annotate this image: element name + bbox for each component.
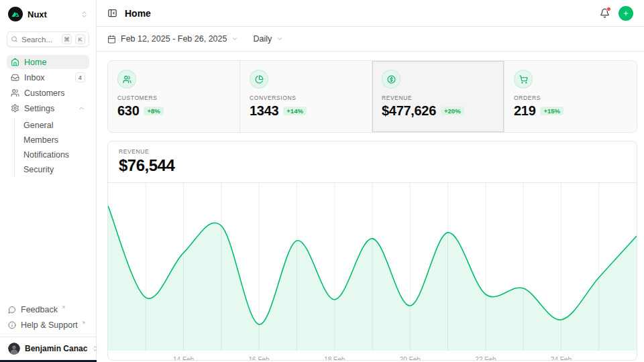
nuxt-logo-icon [8, 7, 23, 21]
sidebar: Nuxt Search... ⌘ K Home [0, 0, 97, 362]
workspace-switcher[interactable]: Nuxt [7, 6, 89, 22]
page-title: Home [125, 8, 151, 19]
content-area: CUSTOMERS 630 +8% CONVERSIONS 1343 +14% [97, 52, 644, 361]
search-icon [11, 36, 18, 43]
external-link-icon [61, 305, 66, 310]
sidebar-spacer [7, 177, 89, 303]
inbox-icon [11, 73, 19, 82]
app-window: Nuxt Search... ⌘ K Home [0, 0, 644, 362]
svg-text:14 Feb: 14 Feb [173, 356, 195, 361]
sidebar-item-general[interactable]: General [23, 118, 89, 133]
stat-value: 630 [117, 103, 139, 119]
feedback-label: Feedback [21, 305, 58, 314]
chart-title: REVENUE [119, 148, 626, 155]
workspace-name: Nuxt [28, 9, 76, 19]
sidebar-item-settings[interactable]: Settings [7, 101, 89, 115]
stat-card-conversions[interactable]: CONVERSIONS 1343 +14% [240, 61, 372, 132]
chart-header: REVENUE $76,544 [108, 141, 637, 183]
sidebar-item-label: Home [24, 58, 46, 67]
revenue-area-chart[interactable]: 14 Feb16 Feb18 Feb20 Feb22 Feb24 Feb [108, 183, 637, 361]
user-menu[interactable]: Benjamin Canac [0, 337, 96, 362]
svg-text:24 Feb: 24 Feb [551, 356, 572, 361]
chevrons-up-down-icon [92, 345, 99, 352]
external-link-icon [81, 320, 86, 325]
sidebar-item-members[interactable]: Members [23, 133, 89, 147]
feedback-link[interactable]: Feedback [8, 303, 88, 316]
chevron-down-icon [276, 36, 283, 42]
svg-text:22 Feb: 22 Feb [475, 356, 496, 361]
date-range-value: Feb 12, 2025 - Feb 26, 2025 [121, 34, 227, 44]
avatar [8, 343, 20, 355]
topbar-actions [600, 6, 633, 21]
chevron-down-icon [231, 36, 238, 42]
notification-dot [606, 7, 611, 11]
sidebar-item-inbox[interactable]: Inbox 4 [7, 70, 89, 84]
inbox-count-badge: 4 [75, 72, 85, 82]
date-range-picker[interactable]: Feb 12, 2025 - Feb 26, 2025 [107, 34, 238, 44]
stat-card-revenue[interactable]: REVENUE $477,626 +20% [372, 61, 504, 132]
chevron-up-icon [78, 105, 85, 112]
users-icon [117, 70, 136, 88]
sidebar-item-customers[interactable]: Customers [7, 86, 89, 100]
stat-delta-badge: +20% [441, 107, 464, 116]
sidebar-item-label: Customers [24, 88, 64, 98]
topbar: Home [97, 0, 644, 27]
add-button[interactable] [619, 6, 633, 21]
stat-label: ORDERS [514, 95, 627, 101]
sidebar-item-label: Inbox [24, 73, 45, 82]
users-icon [11, 88, 19, 97]
search-input[interactable]: Search... ⌘ K [7, 32, 89, 47]
sidebar-item-label: Settings [24, 104, 54, 113]
sidebar-footer: Feedback Help & Support [7, 303, 89, 337]
chart-current-value: $76,544 [119, 156, 626, 175]
chevrons-up-down-icon [80, 11, 88, 18]
circle-dollar-icon [382, 70, 400, 88]
granularity-select[interactable]: Daily [253, 34, 283, 44]
calendar-icon [107, 35, 116, 44]
sidebar-item-notifications[interactable]: Notifications [23, 147, 89, 162]
shopping-cart-icon [514, 70, 533, 88]
svg-text:18 Feb: 18 Feb [324, 356, 345, 361]
sidebar-item-security[interactable]: Security [23, 162, 89, 177]
stat-value: $477,626 [382, 103, 436, 119]
help-support-label: Help & Support [21, 320, 78, 330]
user-name: Benjamin Canac [25, 344, 87, 353]
stat-card-customers[interactable]: CUSTOMERS 630 +8% [108, 61, 240, 132]
info-icon [8, 321, 16, 329]
stat-delta-badge: +15% [540, 107, 564, 116]
stat-delta-badge: +14% [283, 107, 307, 116]
sidebar-item-home[interactable]: Home [7, 55, 89, 69]
chart-plot-area[interactable]: 14 Feb16 Feb18 Feb20 Feb22 Feb24 Feb [108, 183, 637, 361]
home-icon [11, 58, 19, 66]
revenue-chart-card: REVENUE $76,544 14 Feb16 Feb18 Feb20 Feb… [107, 141, 637, 361]
stat-delta-badge: +8% [144, 107, 163, 116]
gear-icon [11, 104, 19, 113]
kbd-k: K [75, 34, 85, 44]
sidebar-nav: Home Inbox 4 Customers Settings [7, 55, 89, 177]
notifications-button[interactable] [600, 8, 610, 18]
svg-text:20 Feb: 20 Feb [400, 356, 421, 361]
svg-text:16 Feb: 16 Feb [249, 356, 270, 361]
help-support-link[interactable]: Help & Support [8, 318, 88, 332]
stat-label: REVENUE [382, 95, 494, 101]
stat-value: 219 [514, 103, 535, 119]
stat-label: CONVERSIONS [250, 95, 362, 101]
kbd-cmd: ⌘ [62, 34, 72, 44]
main-panel: Home Feb 12, 2025 - Feb 26, 2025 [97, 0, 644, 362]
settings-submenu: General Members Notifications Security [14, 118, 89, 177]
stat-value: 1343 [250, 103, 278, 119]
granularity-value: Daily [253, 34, 272, 44]
stats-row: CUSTOMERS 630 +8% CONVERSIONS 1343 +14% [107, 60, 637, 133]
message-circle-icon [8, 306, 16, 314]
filters-toolbar: Feb 12, 2025 - Feb 26, 2025 Daily [97, 27, 644, 52]
stat-label: CUSTOMERS [117, 95, 230, 101]
search-placeholder: Search... [21, 36, 58, 44]
stat-card-orders[interactable]: ORDERS 219 +15% [504, 61, 637, 132]
sidebar-collapse-button[interactable] [107, 8, 117, 18]
chart-pie-icon [250, 70, 268, 88]
